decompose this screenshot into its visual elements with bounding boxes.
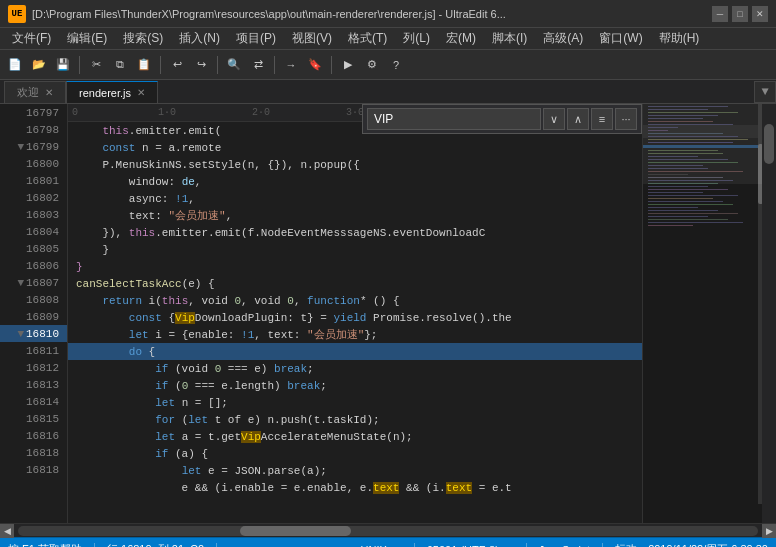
search-down-btn[interactable]: ∨ — [543, 108, 565, 130]
tb-settings[interactable]: ⚙ — [361, 54, 383, 76]
code-line-16816: if (a) { — [68, 445, 642, 462]
code-line-16801: async: !1, — [68, 190, 642, 207]
menu-help[interactable]: 帮助(H) — [651, 28, 708, 49]
tab-overflow-arrow[interactable]: ▼ — [754, 81, 776, 103]
tb-cut[interactable]: ✂ — [85, 54, 107, 76]
search-filter-btn[interactable]: ≡ — [591, 108, 613, 130]
line-num-16797: 16797 — [0, 104, 67, 121]
menu-search[interactable]: 搜索(S) — [115, 28, 171, 49]
line-num-16807: ▼16807 — [0, 274, 67, 291]
line-num-16813: 16813 — [0, 376, 67, 393]
menu-advanced[interactable]: 高级(A) — [535, 28, 591, 49]
menu-project[interactable]: 项目(P) — [228, 28, 284, 49]
svg-rect-26 — [648, 186, 708, 187]
status-modified: 标改：2019/11/22/周五 6:30:30 — [615, 542, 768, 547]
minimap — [642, 104, 762, 523]
status-bar: 按 F1 获取帮助 行 16810, 列 21, C0 UNIX ▼ 65001… — [0, 537, 776, 547]
code-line-16809: let i = {enable: !1, text: "会员加速"}; — [68, 326, 642, 343]
h-scroll-right[interactable]: ▶ — [762, 524, 776, 538]
line-num-16816: 16816 — [0, 427, 67, 444]
menu-view[interactable]: 视图(V) — [284, 28, 340, 49]
status-sep5 — [602, 543, 603, 548]
tb-new[interactable]: 📄 — [4, 54, 26, 76]
svg-rect-38 — [648, 222, 743, 223]
tb-macro[interactable]: ▶ — [337, 54, 359, 76]
h-scroll-left[interactable]: ◀ — [0, 524, 14, 538]
line-num-16818: 16818 — [0, 444, 67, 461]
menu-edit[interactable]: 编辑(E) — [59, 28, 115, 49]
code-editor[interactable]: 01·02·03·04·05·06·07·0 this.emitter.emit… — [68, 104, 642, 523]
status-f1-hint: 按 F1 获取帮助 — [8, 542, 82, 547]
status-line-col: 行 16810, 列 21, C0 — [107, 542, 204, 547]
tb-open[interactable]: 📂 — [28, 54, 50, 76]
line-num-16801: 16801 — [0, 172, 67, 189]
code-line-16799: P.MenuSkinNS.setStyle(n, {}), n.popup({ — [68, 156, 642, 173]
tb-redo[interactable]: ↪ — [190, 54, 212, 76]
tab-welcome-close[interactable]: ✕ — [45, 87, 53, 98]
svg-rect-36 — [648, 216, 708, 217]
app-icon: UE — [8, 5, 26, 23]
tab-welcome[interactable]: 欢迎 ✕ — [4, 81, 66, 103]
svg-rect-30 — [648, 198, 713, 199]
scroll-thumb[interactable] — [764, 124, 774, 164]
close-button[interactable]: ✕ — [752, 6, 768, 22]
menu-file[interactable]: 文件(F) — [4, 28, 59, 49]
line-num-16812: 16812 — [0, 359, 67, 376]
line-num-16814: 16814 — [0, 393, 67, 410]
status-sep3 — [414, 543, 415, 548]
search-more-btn[interactable]: ··· — [615, 108, 637, 130]
tb-sep4 — [274, 56, 275, 74]
code-content[interactable]: this.emitter.emit( const n = a.remote P.… — [68, 122, 642, 496]
code-line-16818: e && (i.enable = e.enable, e.text && (i.… — [68, 479, 642, 496]
svg-rect-34 — [648, 210, 718, 211]
tb-replace[interactable]: ⇄ — [247, 54, 269, 76]
tab-renderer[interactable]: renderer.js ✕ — [66, 81, 158, 103]
minimize-button[interactable]: ─ — [712, 6, 728, 22]
search-input-row: ∨ ∧ ≡ ··· — [363, 105, 641, 133]
status-language[interactable]: JavaScript — [539, 544, 590, 548]
line-num-16799: ▼16799 — [0, 138, 67, 155]
status-sep4 — [526, 543, 527, 548]
line-num-16803: 16803 — [0, 206, 67, 223]
tab-bar: 欢迎 ✕ renderer.js ✕ ▼ — [0, 80, 776, 104]
menu-column[interactable]: 列(L) — [395, 28, 438, 49]
tb-undo[interactable]: ↩ — [166, 54, 188, 76]
line-num-16809: 16809 — [0, 308, 67, 325]
status-sep1 — [94, 543, 95, 548]
line-num-16806: 16806 — [0, 257, 67, 274]
search-input[interactable] — [367, 108, 541, 130]
status-encoding[interactable]: 65001 (UTF-8) ▼ — [427, 544, 514, 548]
horizontal-scrollbar-bar[interactable]: ◀ ▶ — [0, 523, 776, 537]
tb-goto[interactable]: → — [280, 54, 302, 76]
status-sep2 — [216, 543, 217, 548]
code-line-16807: return i(this, void 0, void 0, function*… — [68, 292, 642, 309]
h-scroll-thumb[interactable] — [240, 526, 351, 536]
tb-help[interactable]: ? — [385, 54, 407, 76]
line-num-16804: 16804 — [0, 223, 67, 240]
vertical-scrollbar[interactable] — [762, 104, 776, 523]
tb-paste[interactable]: 📋 — [133, 54, 155, 76]
toolbar: 📄 📂 💾 ✂ ⧉ 📋 ↩ ↪ 🔍 ⇄ → 🔖 ▶ ⚙ ? — [0, 50, 776, 80]
tb-save[interactable]: 💾 — [52, 54, 74, 76]
tab-renderer-close[interactable]: ✕ — [137, 87, 145, 98]
status-line-ending[interactable]: UNIX ▼ — [361, 544, 402, 548]
search-up-btn[interactable]: ∧ — [567, 108, 589, 130]
menu-format[interactable]: 格式(T) — [340, 28, 395, 49]
svg-rect-35 — [648, 213, 738, 214]
line-num-16810: ▼16810 — [0, 325, 67, 342]
menu-script[interactable]: 脚本(I) — [484, 28, 535, 49]
menu-insert[interactable]: 插入(N) — [171, 28, 228, 49]
restore-button[interactable]: □ — [732, 6, 748, 22]
tab-renderer-label: renderer.js — [79, 87, 131, 99]
tb-sep3 — [217, 56, 218, 74]
tb-copy[interactable]: ⧉ — [109, 54, 131, 76]
tb-bookmarks[interactable]: 🔖 — [304, 54, 326, 76]
line-num-16800: 16800 — [0, 155, 67, 172]
svg-rect-28 — [648, 192, 703, 193]
code-line-16806: canSelectTaskAcc(e) { — [68, 275, 642, 292]
code-line-16805: } — [68, 258, 642, 275]
menu-window[interactable]: 窗口(W) — [591, 28, 650, 49]
menu-macro[interactable]: 宏(M) — [438, 28, 484, 49]
code-line-16815: let a = t.getVipAccelerateMenuState(n); — [68, 428, 642, 445]
tb-find[interactable]: 🔍 — [223, 54, 245, 76]
